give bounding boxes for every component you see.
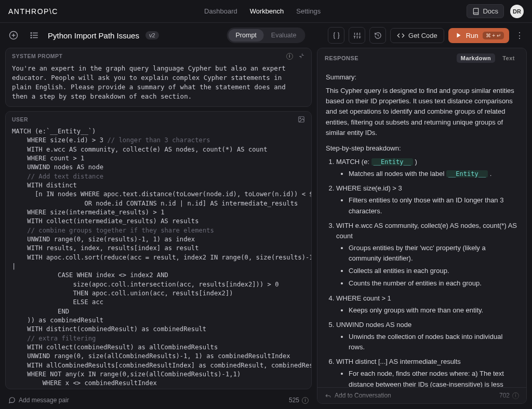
version-badge[interactable]: v2: [145, 31, 159, 39]
svg-point-6: [31, 37, 32, 38]
collapse-icon: [298, 52, 305, 59]
system-prompt-panel: SYSTEM PROMPT i You're an expert in the …: [5, 48, 312, 107]
add-to-conversation-label: Add to Conversation: [335, 392, 391, 399]
step-item: MATCH (e: __Entity__ )Matches all nodes …: [336, 157, 518, 179]
svg-point-5: [31, 35, 32, 36]
docs-button[interactable]: Docs: [467, 4, 504, 18]
add-button[interactable]: [6, 28, 21, 43]
history-button[interactable]: [369, 27, 386, 44]
system-info-button[interactable]: i: [286, 52, 293, 60]
sliders-icon: [353, 32, 361, 39]
settings-button[interactable]: [349, 27, 365, 44]
step-item: UNWIND nodes AS nodeUnwinds the collecti…: [336, 320, 518, 352]
char-count: 525: [289, 397, 299, 404]
step-sub: Filters entities to only those with an I…: [349, 195, 518, 216]
prompt-title: Python Import Path Issues: [48, 31, 139, 40]
step-item: WITH e.wcc AS community, collect(e) AS n…: [336, 221, 518, 289]
play-icon: [456, 32, 462, 38]
nav-dashboard[interactable]: Dashboard: [204, 7, 237, 15]
step-sub: For each node, finds other nodes where: …: [349, 369, 518, 387]
system-collapse-button[interactable]: [298, 52, 305, 60]
info-icon: i: [286, 53, 293, 60]
entity-chip: __Entity__: [446, 170, 488, 178]
add-message-pair-button[interactable]: Add message pair: [8, 397, 69, 404]
step-sub: Keeps only groups with more than one ent…: [349, 305, 518, 316]
dots-icon: ⋮: [515, 31, 524, 40]
step-sub: Collects all entities in each group.: [349, 266, 518, 276]
user-image-button[interactable]: [298, 116, 305, 123]
code-icon: [397, 32, 405, 39]
tab-text[interactable]: Text: [498, 53, 519, 63]
user-message-panel: USER MATCH (e:`__Entity__`) WHERE size(e…: [5, 111, 312, 389]
entity-chip: __Entity__: [371, 158, 413, 166]
token-count: 702: [499, 392, 510, 399]
get-code-button[interactable]: Get Code: [390, 28, 444, 43]
svg-point-18: [300, 118, 301, 119]
run-shortcut: ⌘ + ↵: [483, 32, 504, 39]
info-icon[interactable]: i: [302, 397, 309, 404]
run-label: Run: [466, 32, 478, 39]
step-sub: Counts the number of entities in each gr…: [349, 278, 518, 289]
tab-markdown[interactable]: Markdown: [457, 53, 495, 63]
breakdown-heading: Step-by-step breakdown:: [326, 143, 518, 154]
step-sub: Unwinds the collection of nodes back int…: [349, 332, 518, 352]
step-sub: Groups entities by their 'wcc' property …: [349, 243, 518, 264]
step-item: WHERE count > 1Keeps only groups with mo…: [336, 293, 518, 316]
nav-settings[interactable]: Settings: [296, 7, 321, 15]
get-code-label: Get Code: [408, 32, 437, 39]
add-to-conversation-button[interactable]: Add to Conversation: [325, 392, 391, 399]
variables-button[interactable]: [328, 27, 344, 44]
tab-evaluate[interactable]: Evaluate: [264, 29, 304, 42]
nav-workbench[interactable]: Workbench: [250, 7, 284, 15]
svg-marker-16: [457, 33, 460, 38]
step-item: WHERE size(e.id) > 3Filters entities to …: [336, 183, 518, 216]
image-icon: [298, 116, 305, 123]
plus-circle-icon: [8, 30, 19, 40]
list-button[interactable]: [27, 28, 42, 43]
response-body[interactable]: Summary:This Cypher query is designed to…: [317, 68, 526, 387]
reply-icon: [325, 392, 331, 399]
add-message-pair-label: Add message pair: [19, 397, 69, 404]
response-panel: RESPONSE Markdown Text Summary:This Cyph…: [317, 48, 527, 404]
braces-icon: [332, 32, 340, 39]
chat-plus-icon: [8, 397, 16, 404]
avatar[interactable]: DR: [510, 5, 524, 18]
summary-text: This Cypher query is designed to find an…: [326, 86, 518, 138]
brand-logo: ANTHROP\C: [8, 7, 58, 16]
book-icon: [472, 8, 480, 15]
step-sub: Matches all nodes with the label __Entit…: [349, 169, 518, 179]
mode-toggle: Prompt Evaluate: [227, 28, 305, 43]
response-label: RESPONSE: [325, 55, 358, 61]
user-code[interactable]: MATCH (e:`__Entity__`) WHERE size(e.id) …: [6, 127, 311, 389]
step-item: WITH distinct [...] AS intermediate_resu…: [336, 357, 518, 387]
run-button[interactable]: Run ⌘ + ↵: [448, 28, 509, 43]
svg-point-4: [31, 33, 32, 34]
info-icon[interactable]: i: [512, 392, 519, 399]
tab-prompt[interactable]: Prompt: [229, 29, 264, 42]
more-button[interactable]: ⋮: [513, 31, 526, 40]
system-prompt-label: SYSTEM PROMPT: [12, 53, 63, 59]
user-label: USER: [12, 116, 28, 122]
summary-heading: Summary:: [326, 72, 518, 83]
docs-label: Docs: [483, 7, 498, 15]
history-icon: [374, 32, 382, 39]
system-prompt-text[interactable]: You're an expert in the graph query lang…: [6, 64, 311, 107]
list-icon: [30, 31, 39, 40]
